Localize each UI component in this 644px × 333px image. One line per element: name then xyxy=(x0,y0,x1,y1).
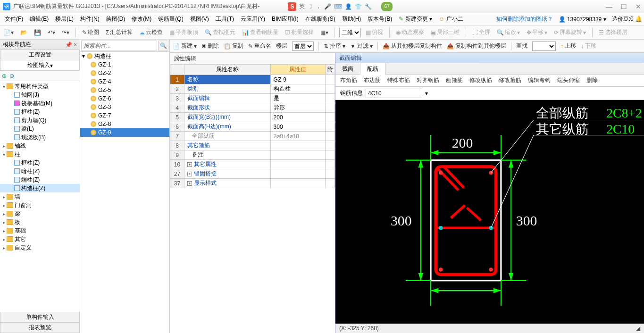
action-modify-stirrup[interactable]: 修改箍筋 xyxy=(499,76,521,84)
copy-to-floor-button[interactable]: 📤 复制构件到其他楼层 xyxy=(447,42,506,50)
component-toolbar: 📄 新建 ▾ ✖ 删除 📋 复制 ✎ 重命名 楼层 首层 ⇅ 排序 ▾ ▼ 过滤… xyxy=(170,40,644,53)
action-edge-bar[interactable]: 布边筋 xyxy=(364,76,381,84)
filter-button[interactable]: ▼ 过滤 ▾ xyxy=(350,42,373,50)
gz-list[interactable]: ▾构造柱 GZ-1 GZ-2 GZ-4 GZ-5 GZ-6 GZ-3 GZ-7 … xyxy=(80,52,169,333)
shirt-icon[interactable]: 👕 xyxy=(355,3,362,10)
pin-icon[interactable]: 📌 × xyxy=(65,42,77,48)
menu-view[interactable]: 视图(V) xyxy=(187,14,212,24)
menu-help[interactable]: 帮助(H) xyxy=(339,14,364,24)
svg-marker-35 xyxy=(493,288,501,293)
dynamic-view-button[interactable]: ◉ 动态观察 xyxy=(394,27,426,37)
menu-bim[interactable]: BIM应用(I) xyxy=(269,14,301,24)
person-icon[interactable]: 👤 xyxy=(345,3,352,10)
pan-button[interactable]: ✥ 平移 ▾ xyxy=(525,27,549,37)
copy-component-button[interactable]: 📋 复制 xyxy=(224,42,243,50)
minimize-button[interactable]: — xyxy=(606,3,612,10)
action-corner-bar[interactable]: 布角筋 xyxy=(340,76,357,84)
rename-button[interactable]: ✎ 重命名 xyxy=(248,42,271,50)
undo-button[interactable]: ↶▾ xyxy=(46,28,57,37)
close-button[interactable]: ✕ xyxy=(636,3,641,10)
moon-icon[interactable]: ☽ xyxy=(308,3,313,10)
new-file-button[interactable]: 📄▾ xyxy=(2,28,16,37)
fullscreen-button[interactable]: ⛶ 全屏 xyxy=(470,27,492,37)
keyboard-icon[interactable]: ⌨ xyxy=(334,3,342,10)
section-tabs: 截面 配筋 xyxy=(335,63,644,75)
coin-label[interactable]: 造价豆:0 🔔 xyxy=(612,15,642,23)
user-button[interactable]: ☺ 广小二 xyxy=(436,14,466,24)
new-change-button[interactable]: ✎ 新建变更 ▾ xyxy=(396,14,435,24)
menu-component[interactable]: 构件(N) xyxy=(77,14,102,24)
notification-bubble[interactable]: 67 xyxy=(381,2,393,11)
zoom-button[interactable]: 🔍 缩放 ▾ xyxy=(495,27,522,37)
property-table[interactable]: 属性名称属性值附 1名称GZ-9 2类别构造柱 3截面编辑是 4截面形状异形 5… xyxy=(170,64,335,188)
maximize-button[interactable]: ☐ xyxy=(621,3,627,10)
rotate-button[interactable]: ⟳ 屏幕旋转 ▾ xyxy=(552,27,588,37)
tab-section[interactable]: 截面 xyxy=(335,63,360,74)
tab-rebar[interactable]: 配筋 xyxy=(360,63,385,75)
rebar-info-dropdown[interactable]: ▾ xyxy=(425,90,428,97)
mic-icon[interactable]: 🎤 xyxy=(324,3,331,10)
action-edit-hook[interactable]: 编辑弯钩 xyxy=(528,76,551,84)
new-component-button[interactable]: 📄 新建 ▾ xyxy=(173,42,197,50)
copy-from-floor-button[interactable]: 📥 从其他楼层复制构件 xyxy=(383,42,442,50)
tab-single-input[interactable]: 单构件输入 xyxy=(0,312,80,323)
local-3d-button[interactable]: ▣ 局部三维 xyxy=(429,27,461,37)
menu-edit[interactable]: 编辑(E) xyxy=(27,14,51,24)
action-delete[interactable]: 删除 xyxy=(586,76,598,84)
flat-top-button[interactable]: ▦ 平齐板顶 xyxy=(167,27,200,37)
svg-marker-29 xyxy=(509,160,514,168)
action-draw-stirrup[interactable]: 画箍筋 xyxy=(446,76,463,84)
ime-badge[interactable]: S xyxy=(288,2,296,11)
action-align-bar[interactable]: 对齐钢筋 xyxy=(417,76,439,84)
top-view-button[interactable]: ▦ 俯视 xyxy=(364,27,385,37)
view-rebar-button[interactable]: 📊 查看钢筋量 xyxy=(240,27,280,37)
draw-button[interactable]: ✎ 绘图 xyxy=(80,27,101,37)
move-up-button[interactable]: ↑ 上移 xyxy=(560,42,576,50)
action-end-extend[interactable]: 端头伸缩 xyxy=(557,76,580,84)
find-element-button[interactable]: 🔍 查找图元 xyxy=(203,27,237,37)
search-button[interactable]: 🔍 xyxy=(158,41,168,50)
menu-rebar[interactable]: 钢筋量(Q) xyxy=(155,14,186,24)
cloud-check-button[interactable]: ☁ 云检查 xyxy=(137,27,165,37)
ime-lang[interactable]: 英 xyxy=(299,2,305,10)
sort-button[interactable]: ⇅ 排序 ▾ xyxy=(324,42,345,50)
comma-icon[interactable]: ， xyxy=(316,2,321,10)
delete-component-button[interactable]: ✖ 删除 xyxy=(201,42,219,50)
window-controls: — ☐ ✕ xyxy=(606,3,641,10)
collapse-all-icon[interactable]: ⊖ xyxy=(9,73,14,79)
menu-draw[interactable]: 绘图(D) xyxy=(103,14,128,24)
menu-version[interactable]: 版本号(B) xyxy=(365,14,395,24)
view-mode-select[interactable]: 二维 xyxy=(339,28,361,37)
menu-online[interactable]: 在线服务(S) xyxy=(302,14,338,24)
wrench-icon[interactable]: 🔧 xyxy=(365,3,372,10)
phone-label[interactable]: 👤 13907298339 ▾ xyxy=(559,16,606,23)
menu-file[interactable]: 文件(F) xyxy=(2,14,26,24)
tip-link[interactable]: 如何删除添加的图纸？ xyxy=(496,15,553,23)
tab-draw-input[interactable]: 绘图输入 ▾ xyxy=(0,60,80,71)
menu-floor[interactable]: 楼层(L) xyxy=(52,14,76,24)
move-down-button[interactable]: ↓ 下移 xyxy=(581,42,596,50)
sum-button[interactable]: Σ 汇总计算 xyxy=(104,27,134,37)
tab-project-settings[interactable]: 工程设置 xyxy=(0,50,80,60)
select-floor-button[interactable]: ☰ 选择楼层 xyxy=(597,27,629,37)
component-tree[interactable]: ▾常用构件类型 轴网(J) 筏板基础(M) 框柱(Z) 剪力墙(Q) 梁(L) … xyxy=(0,81,80,312)
search-input[interactable] xyxy=(81,41,157,50)
open-button[interactable]: 📂 xyxy=(18,28,29,37)
rebar-info-input[interactable] xyxy=(366,89,422,98)
resize-grip-icon[interactable]: ◢ xyxy=(636,325,640,332)
floor-select[interactable]: 首层 xyxy=(292,42,314,51)
menu-cloud[interactable]: 云应用(Y) xyxy=(238,14,268,24)
redo-button[interactable]: ↷▾ xyxy=(60,28,71,37)
save-button[interactable]: 💾 xyxy=(32,28,43,37)
action-modify-long[interactable]: 修改纵筋 xyxy=(469,76,492,84)
expand-all-icon[interactable]: ⊕ xyxy=(2,73,7,79)
menu-tools[interactable]: 工具(T) xyxy=(213,14,237,24)
menu-modify[interactable]: 修改(M) xyxy=(129,14,154,24)
tool-extra-button[interactable]: ▦▾ xyxy=(318,28,330,37)
section-canvas[interactable]: 200 300 300 xyxy=(335,100,644,333)
find-select[interactable] xyxy=(532,42,556,51)
tab-report-preview[interactable]: 报表预览 xyxy=(0,323,80,333)
batch-select-button[interactable]: ☑ 批量选择 xyxy=(283,27,316,37)
ime-toolbar[interactable]: S 英 ☽ ， 🎤 ⌨ 👤 👕 🔧 xyxy=(288,2,372,11)
action-special-bar[interactable]: 特殊布筋 xyxy=(387,76,410,84)
